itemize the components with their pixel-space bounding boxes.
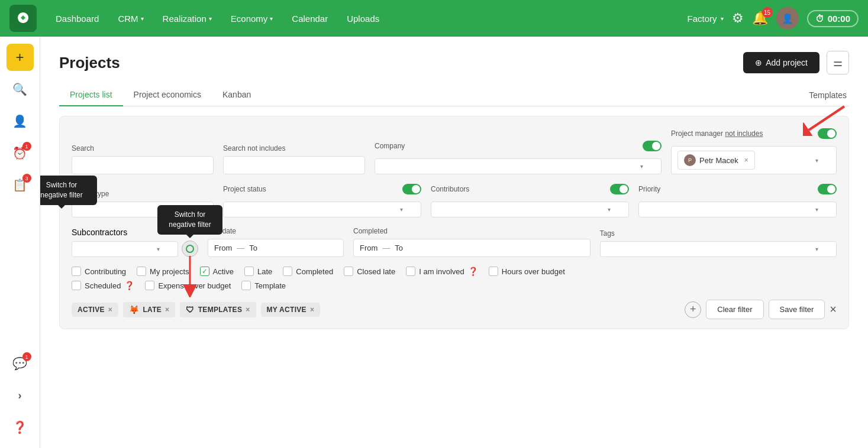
close-filter-button[interactable]: × — [830, 303, 837, 316]
closed-late-label: Closed late — [357, 267, 395, 276]
checkbox-scheduled[interactable]: Scheduled ❓ — [72, 281, 134, 290]
tab-project-economics[interactable]: Project economics — [123, 84, 212, 106]
nav-dashboard[interactable]: Dashboard — [47, 9, 107, 28]
nav-economy[interactable]: Economy▾ — [222, 9, 282, 28]
sidebar-item-contacts[interactable]: 👤 — [7, 108, 34, 135]
expense-over-budget-checkbox[interactable] — [145, 281, 154, 290]
active-checkbox[interactable] — [200, 267, 209, 276]
filter-tag-templates[interactable]: 🛡 TEMPLATES × — [180, 302, 256, 317]
sidebar-item-reminders[interactable]: ⏰ 1 — [7, 139, 34, 167]
timer-icon: ⏱ — [815, 14, 824, 24]
settings-icon[interactable]: ⚙ — [732, 11, 744, 26]
sidebar-item-search[interactable]: 🔍 — [7, 76, 34, 103]
nav-realization[interactable]: Realization▾ — [154, 9, 220, 28]
checkbox-completed[interactable]: Completed — [283, 267, 333, 276]
sidebar-item-help[interactable]: ❓ — [7, 414, 34, 441]
scheduled-checkbox[interactable] — [72, 281, 81, 290]
filter-group-contributors: Contributors ▾ — [431, 184, 629, 217]
search-icon: 🔍 — [12, 82, 27, 96]
nav-crm[interactable]: CRM▾ — [109, 9, 151, 28]
filter-tag-late[interactable]: 🦊 LATE × — [123, 302, 175, 317]
checkbox-hours-over-budget[interactable]: Hours over budget — [489, 267, 565, 276]
checkbox-i-am-involved[interactable]: I am involved ❓ — [406, 267, 478, 276]
contrib-label-row: Contributors — [431, 184, 629, 194]
expand-icon: › — [18, 389, 22, 402]
closed-late-checkbox[interactable] — [344, 267, 353, 276]
search-not-includes-label: Search not includes — [223, 144, 365, 152]
contributing-checkbox[interactable] — [72, 267, 81, 276]
checkbox-expense-over-budget[interactable]: Expense over budget — [145, 281, 231, 290]
tab-projects-list[interactable]: Projects list — [59, 84, 123, 106]
search-input[interactable] — [72, 156, 214, 174]
hours-over-budget-label: Hours over budget — [502, 267, 565, 276]
completed-to-label: To — [395, 244, 403, 252]
sidebar-item-tasks[interactable]: 📋 3 — [7, 171, 34, 199]
filter-tag-active[interactable]: ACTIVE × — [72, 303, 118, 317]
tags-select[interactable]: ▾ — [600, 241, 837, 257]
filter-tag-my-active[interactable]: MY ACTIVE × — [261, 303, 321, 317]
filter-group-company: Company ▾ — [375, 141, 662, 174]
filter-settings-button[interactable]: ⚌ — [827, 51, 849, 74]
search-not-includes-input[interactable] — [223, 156, 365, 174]
pm-remove-icon[interactable]: × — [744, 156, 748, 164]
late-tag-close-icon[interactable]: × — [165, 306, 169, 314]
late-checkbox[interactable] — [244, 267, 254, 276]
app-logo[interactable] — [9, 5, 37, 32]
checkbox-late[interactable]: Late — [244, 267, 272, 276]
template-checkbox[interactable] — [241, 281, 251, 290]
templates-tag-close-icon[interactable]: × — [246, 306, 250, 314]
my-active-tag-label: MY ACTIVE — [267, 306, 306, 314]
nav-calendar[interactable]: Calendar — [283, 9, 336, 28]
tags-label: Tags — [600, 229, 837, 238]
factory-menu[interactable]: Factory ▾ — [688, 14, 724, 24]
sidebar-item-chat[interactable]: 💬 1 — [7, 350, 34, 377]
late-tag-icon: 🦊 — [129, 305, 139, 314]
company-label: Company — [375, 142, 405, 150]
header-actions: ⊕ Add project ⚌ — [743, 51, 849, 74]
expense-over-budget-label: Expense over budget — [158, 281, 231, 290]
my-projects-checkbox[interactable] — [137, 267, 146, 276]
checkbox-active[interactable]: Active — [200, 267, 234, 276]
user-avatar[interactable]: 👤 — [776, 7, 799, 30]
checkbox-closed-late[interactable]: Closed late — [344, 267, 395, 276]
nav-uploads[interactable]: Uploads — [338, 9, 388, 28]
company-select[interactable]: ▾ — [375, 158, 662, 174]
priority-select[interactable]: ▾ — [638, 202, 837, 217]
sidebar-add-button[interactable]: + — [7, 44, 34, 71]
pm-toggle[interactable] — [818, 128, 837, 139]
active-tag-close-icon[interactable]: × — [108, 306, 112, 314]
completed-checkbox[interactable] — [283, 267, 292, 276]
add-filter-button[interactable]: + — [685, 301, 701, 318]
checkbox-my-projects[interactable]: My projects — [137, 267, 189, 276]
templates-link[interactable]: Templates — [806, 85, 849, 106]
timer[interactable]: ⏱ 00:00 — [807, 10, 859, 27]
save-filter-button[interactable]: Save filter — [769, 300, 825, 319]
my-active-tag-close-icon[interactable]: × — [310, 306, 314, 314]
pm-not-includes-label: not includes — [725, 129, 763, 138]
checkbox-template[interactable]: Template — [241, 281, 286, 290]
company-toggle[interactable] — [643, 141, 662, 151]
pm-select[interactable]: P Petr Macek × ▾ — [671, 146, 837, 174]
active-tag-label: ACTIVE — [78, 306, 105, 314]
notification-count: 15 — [762, 7, 773, 18]
priority-toggle[interactable] — [818, 184, 837, 194]
ps-label-row: Project status — [223, 184, 421, 194]
checkbox-contributing[interactable]: Contributing — [72, 267, 126, 276]
contributors-select[interactable]: ▾ — [431, 202, 629, 217]
notifications-bell[interactable]: 🔔 15 — [752, 11, 768, 26]
end-date-range[interactable]: From — To — [208, 239, 344, 257]
subcontractors-toggle-button[interactable] — [182, 241, 198, 257]
i-am-involved-checkbox[interactable] — [406, 267, 415, 276]
tab-kanban[interactable]: Kanban — [212, 84, 262, 106]
project-status-toggle[interactable] — [402, 184, 421, 194]
project-type-select[interactable]: ▾ Switch for negative filter — [72, 202, 214, 217]
sidebar-item-expand[interactable]: › — [7, 382, 34, 409]
contributors-toggle[interactable] — [610, 184, 629, 194]
subcontractors-select[interactable]: ▾ — [72, 241, 178, 257]
clear-filter-button[interactable]: Clear filter — [706, 300, 763, 319]
add-project-button[interactable]: ⊕ Add project — [743, 52, 819, 73]
completed-range[interactable]: From — To — [353, 239, 591, 257]
project-status-select[interactable]: ▾ — [223, 202, 421, 217]
hours-over-budget-checkbox[interactable] — [489, 267, 498, 276]
filter-group-search-not-includes: Search not includes — [223, 144, 365, 174]
